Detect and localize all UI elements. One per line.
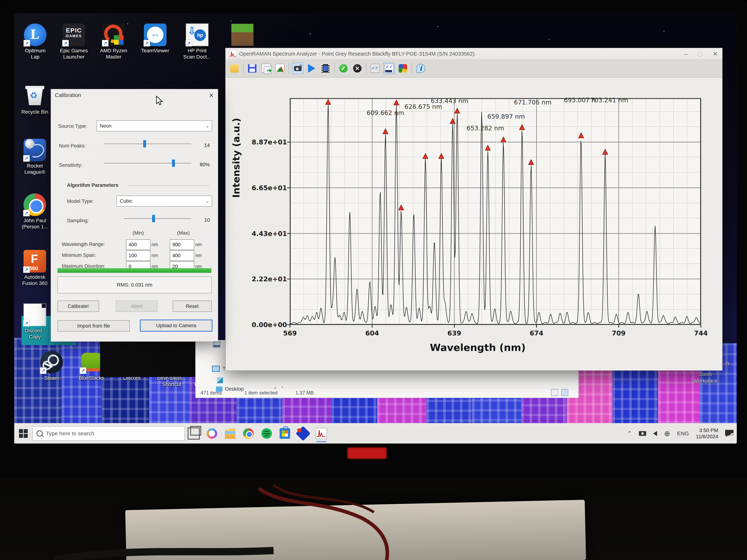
unit-label: nm — [195, 242, 202, 247]
shortcut-arrow-badge: ↗ — [24, 40, 30, 47]
toolbar-play-acquisition-icon[interactable] — [306, 63, 317, 74]
num-peaks-slider[interactable] — [104, 139, 191, 149]
y-tick-label: 6.65e+01 — [252, 184, 284, 192]
desktop-icon-john-paul[interactable]: ↗John Paul(Person 1... — [16, 193, 54, 230]
sampling-slider[interactable] — [124, 213, 191, 224]
toolbar-separator — [366, 63, 366, 74]
span-max-input[interactable]: 400 — [170, 250, 194, 261]
source-type-combobox[interactable]: Neon ⌄ — [97, 121, 212, 131]
desktop-icon-minecraft[interactable] — [223, 24, 261, 46]
toolbar-export-image-icon[interactable] — [274, 63, 286, 74]
toolbar-accept-icon[interactable]: ✓ — [338, 63, 349, 74]
taskbar-app-file-explorer[interactable] — [224, 427, 237, 440]
search-placeholder: Type here to search — [46, 430, 94, 436]
desktop-icon-rocket-league[interactable]: ↗RocketLeague® — [16, 139, 54, 175]
taskbar-app-copilot[interactable] — [205, 427, 218, 440]
taskbar-app-spotify[interactable] — [260, 427, 273, 440]
minimize-button[interactable]: – — [684, 50, 688, 57]
taskbar-app-ms-store[interactable] — [278, 427, 291, 440]
calibration-dialog[interactable]: Calibration ✕ Source Type: Neon ⌄ Num Pe… — [51, 89, 218, 342]
icon-label: Discord -Copy — [16, 327, 54, 340]
desktop-icon-zoom-workplace[interactable]: Zoom Workplace — [682, 371, 729, 384]
desktop-icon-hp-print[interactable]: ⇩hp↗HP PrintScan Doct... — [178, 24, 216, 60]
shortcut-arrow-badge: ↗ — [62, 40, 69, 47]
taskbar-app-ea-app[interactable] — [297, 427, 310, 440]
maximize-button[interactable]: ▢ — [697, 50, 703, 57]
3d-objects-icon[interactable] — [217, 377, 225, 383]
toolbar-separator — [334, 63, 335, 74]
upload-to-camera-button[interactable]: Upload to Camera — [140, 320, 212, 331]
reset-button[interactable]: Reset — [173, 301, 212, 312]
rms-result-box: RMS: 0.031 nm — [57, 276, 212, 293]
sensitivity-slider[interactable] — [104, 158, 191, 168]
wavelength-max-input[interactable]: 900 — [170, 239, 194, 250]
spectrum-titlebar[interactable]: OpenRAMAN Spectrum Analyzer - Point Grey… — [226, 48, 722, 60]
clock[interactable]: 3:50 PM 11/6/2024 — [696, 427, 718, 440]
openraman-icon — [316, 428, 327, 439]
tray-time: 3:50 PM — [696, 427, 718, 433]
toolbar-open-file-icon[interactable] — [229, 63, 240, 74]
volume-icon[interactable] — [653, 431, 657, 436]
censor-black-rectangle — [100, 340, 196, 377]
shortcut-arrow-badge: ↗ — [23, 266, 30, 273]
close-button[interactable]: ✕ — [713, 50, 718, 57]
toolbar-video-record-icon[interactable] — [320, 63, 331, 74]
windows-logo-icon — [19, 429, 28, 438]
taskbar-search-input[interactable]: Type here to search — [32, 426, 185, 441]
calibration-wizard-glyph — [370, 64, 380, 73]
details-view-icon[interactable] — [551, 389, 558, 396]
shortcut-arrow-badge: ↗ — [185, 40, 192, 47]
unit-label: nm — [152, 242, 158, 247]
desktop-icon-fusion-360[interactable]: F360↗AutodeskFusion 360 — [16, 250, 54, 286]
camera-tray-icon[interactable] — [639, 431, 646, 436]
ea-app-icon — [295, 426, 311, 441]
toolbar-device-checklist-icon[interactable] — [383, 63, 395, 74]
desktop-icon-optimum-lap[interactable]: L↗OptimumLap — [16, 24, 54, 60]
taskbar-app-task-view[interactable] — [187, 427, 200, 440]
desktop-icon-steam[interactable]: ↗Steam — [32, 351, 71, 381]
network-globe-icon[interactable]: ⊕ — [664, 429, 670, 438]
desktop-icon-epic-games[interactable]: EPICGAMES↗Epic GamesLauncher — [55, 24, 93, 60]
thumbnail-view-icon[interactable] — [561, 389, 568, 396]
notification-icon[interactable]: 2 — [725, 430, 733, 437]
desktop-icon-ryzen-master[interactable]: ↗AMD RyzenMaster — [95, 24, 133, 60]
peak-annotation-label: 703.241 nm — [591, 97, 628, 104]
desktop-icon-recycle-bin[interactable]: ♻Recycle Bin — [16, 85, 54, 115]
pictures-icon[interactable] — [213, 342, 220, 347]
tray-chevron-icon[interactable]: ⌃ — [627, 430, 632, 437]
toolbar-save-file-icon[interactable] — [247, 63, 258, 74]
toolbar-cancel-icon[interactable]: ✕ — [352, 63, 363, 74]
start-button[interactable] — [14, 423, 32, 444]
toolbar-separator — [243, 63, 243, 74]
language-indicator[interactable]: ENG — [677, 430, 689, 436]
calibration-dialog-title: Calibration — [51, 89, 218, 101]
icon-label: Recycle Bin — [16, 109, 54, 115]
desktop-icon-teamviewer[interactable]: ⇔↗TeamViewer — [136, 24, 174, 54]
spectrum-analyzer-window[interactable]: OpenRAMAN Spectrum Analyzer - Point Grey… — [225, 48, 723, 371]
toolbar-color-chart-icon[interactable] — [397, 63, 409, 74]
toolbar-export-copy-icon[interactable]: ➜ — [260, 63, 272, 74]
y-tick-label: 8.87e+01 — [252, 138, 284, 146]
model-type-combobox[interactable]: Cubic ⌄ — [117, 195, 212, 207]
desktop-icon-discord-copy[interactable]: ↗Discord -Copy — [16, 303, 54, 340]
source-type-value: Neon — [100, 123, 112, 129]
taskbar-app-openraman[interactable] — [315, 427, 328, 440]
chevron-down-icon: ⌄ — [206, 124, 209, 129]
taskbar-app-chrome[interactable] — [242, 427, 255, 440]
peak-marker-triangle — [423, 154, 428, 159]
import-from-file-button[interactable]: Import from file — [57, 320, 130, 331]
toolbar-camera-acquire-icon[interactable] — [292, 63, 304, 74]
span-min-input[interactable]: 100 — [126, 250, 151, 261]
peak-marker-triangle — [326, 99, 331, 104]
shortcut-arrow-badge: ↗ — [102, 40, 108, 47]
peak-annotation-label: 671.706 nm — [514, 99, 551, 106]
dialog-close-icon[interactable]: ✕ — [209, 92, 214, 99]
toolbar-calibration-wizard-icon[interactable] — [369, 63, 381, 74]
zoom-workplace-label-line1: Zoom — [682, 371, 729, 377]
calibrate-button[interactable]: Calibrate! — [57, 301, 99, 312]
toolbar-info-icon[interactable]: i — [415, 63, 427, 74]
screen: L↗OptimumLapEPICGAMES↗Epic GamesLauncher… — [14, 13, 737, 444]
video-record-glyph — [321, 64, 330, 73]
abort-button[interactable]: Abort — [116, 301, 157, 312]
wavelength-min-input[interactable]: 400 — [126, 239, 151, 250]
